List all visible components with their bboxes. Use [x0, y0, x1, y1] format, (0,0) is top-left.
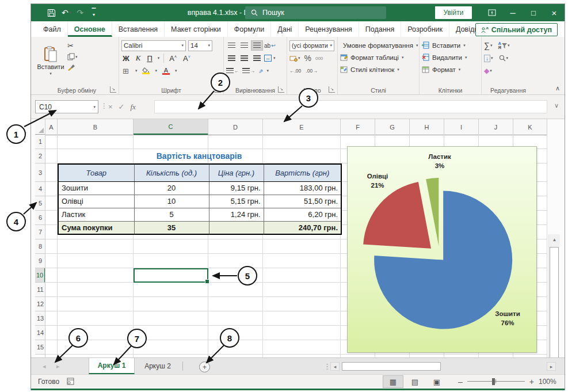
table-cell[interactable]: Кількість (од.) [134, 164, 209, 181]
autosum-button[interactable]: ∑▾ [484, 41, 493, 50]
fill-color-button[interactable] [142, 67, 150, 74]
ribbon-tab-подання[interactable]: Подання [359, 21, 401, 37]
table-cell[interactable]: 5 [134, 208, 209, 221]
paste-dropdown-icon[interactable]: ▾ [49, 71, 52, 76]
bold-button[interactable]: Ж [121, 54, 131, 63]
row-header-10[interactable]: 10 [35, 268, 45, 283]
row-header-15[interactable]: 15 [35, 340, 45, 355]
align-middle-button[interactable] [239, 41, 250, 50]
redo-dropdown-icon[interactable]: ▾ [84, 10, 86, 15]
table-cell[interactable]: Сума покупки [58, 221, 134, 234]
table-cell[interactable]: 183,00 грн. [264, 181, 341, 195]
increase-decimal-button[interactable]: ←.00 [289, 68, 301, 74]
fill-handle[interactable] [205, 279, 209, 284]
horizontal-scrollbar[interactable] [340, 362, 544, 371]
number-dialog-launcher[interactable]: ↘ [329, 86, 335, 93]
row-header-9[interactable]: 9 [35, 254, 45, 268]
column-header-E[interactable]: E [263, 119, 341, 135]
horizontal-scroll-thumb[interactable] [342, 362, 441, 371]
table-cell[interactable]: 10 [134, 195, 209, 208]
font-size-combo[interactable]: 14▾ [188, 40, 212, 51]
decrease-decimal-button[interactable]: .00→ [306, 68, 317, 74]
sheet-tab-arkush2[interactable]: Аркуш 2 [135, 358, 180, 374]
table-cell[interactable]: 5,15 грн. [209, 195, 264, 208]
cancel-entry-button[interactable]: × [108, 102, 113, 111]
underline-dropdown-icon[interactable]: ▾ [158, 56, 160, 60]
page-break-view-button[interactable]: ▣ [427, 376, 447, 387]
enter-entry-button[interactable]: ✓ [119, 102, 125, 111]
ribbon-display-options-button[interactable] [482, 4, 502, 21]
format-cells-button[interactable]: Формат▾ [422, 63, 479, 75]
column-header-B[interactable]: B [58, 119, 134, 135]
pie-slice-олівці[interactable] [363, 182, 431, 249]
number-format-combo[interactable]: (усі формати▾ [289, 40, 334, 51]
table-cell[interactable]: 20 [134, 181, 209, 195]
formula-input[interactable] [154, 100, 547, 113]
column-header-H[interactable]: H [410, 119, 444, 135]
page-layout-view-button[interactable]: ▤ [405, 376, 425, 387]
column-header-A[interactable]: A [45, 119, 58, 135]
copy-button[interactable]: ▾ [67, 53, 78, 60]
accounting-format-button[interactable]: ▾ [289, 55, 300, 62]
formula-bar-splitter[interactable]: ⋮ [101, 102, 108, 110]
clipboard-dialog-launcher[interactable]: ↘ [110, 86, 116, 93]
underline-button[interactable]: П [146, 54, 153, 63]
table-cell[interactable]: 51,50 грн. [264, 195, 341, 208]
percent-style-button[interactable]: % [304, 54, 311, 63]
column-header-K[interactable]: K [513, 119, 547, 135]
comma-style-button[interactable]: 000 [315, 56, 323, 61]
row-header-12[interactable]: 12 [35, 297, 45, 311]
row-header-3[interactable]: 3 [35, 163, 45, 182]
scroll-up-button[interactable]: ▲ [549, 234, 560, 245]
search-box[interactable]: Пошук [245, 6, 386, 19]
table-cell[interactable]: Товар [58, 164, 134, 181]
customize-qat-button[interactable]: ▔▾ [92, 9, 96, 17]
share-button[interactable]: Спільний доступ [475, 23, 558, 36]
column-header-J[interactable]: J [479, 119, 513, 135]
alignment-dialog-launcher[interactable]: ↘ [278, 86, 284, 93]
row-header-14[interactable]: 14 [35, 326, 45, 340]
accounting-dropdown-icon[interactable]: ▾ [298, 56, 300, 60]
orientation-button[interactable]: ⇗ [258, 68, 263, 74]
zoom-slider-thumb[interactable] [492, 378, 495, 385]
name-box-dropdown-icon[interactable]: ▾ [93, 105, 96, 109]
undo-button[interactable]: ↶▾ [62, 8, 71, 17]
find-select-button[interactable]: ▾ [499, 55, 509, 62]
format-as-table-button[interactable]: Формат таблиці▾ [340, 51, 417, 63]
row-header-13[interactable]: 13 [35, 311, 45, 326]
insert-function-button[interactable]: fx [131, 102, 136, 112]
format-painter-button[interactable] [67, 63, 78, 71]
pie-label-zoshyty[interactable]: Зошити76% [485, 310, 531, 328]
stationery-cost-table[interactable]: ТоварКількість (од.)Ціна (грн.)Вартість … [58, 163, 342, 235]
align-left-button[interactable] [226, 54, 237, 63]
align-right-button[interactable] [251, 54, 262, 63]
align-bottom-button[interactable] [251, 41, 262, 50]
clear-button[interactable]: ◆▾ [484, 67, 492, 75]
sheet-tab-arkush1[interactable]: Аркуш 1 [89, 358, 135, 374]
close-button[interactable]: × [544, 4, 565, 21]
borders-dropdown-icon[interactable]: ▾ [135, 68, 138, 73]
borders-button[interactable]: ⊞ [121, 67, 130, 75]
save-button[interactable] [47, 9, 56, 17]
vertical-scrollbar[interactable]: ▲ ▼ [548, 234, 559, 357]
next-sheet-button[interactable]: ▸ [56, 358, 60, 375]
row-header-6[interactable]: 6 [35, 211, 45, 225]
fill-color-dropdown-icon[interactable]: ▾ [155, 68, 157, 73]
cell-styles-button[interactable]: Стилі клітинок▾ [340, 63, 417, 75]
row-header-4[interactable]: 4 [35, 182, 45, 196]
row-header-7[interactable]: 7 [35, 225, 45, 239]
column-header-F[interactable]: F [341, 119, 375, 135]
table-cell[interactable]: Ластик [58, 208, 134, 221]
decrease-indent-button[interactable]: ← [226, 68, 239, 74]
previous-sheet-button[interactable]: ◂ [43, 358, 46, 375]
insert-cells-button[interactable]: Вставити▾ [422, 39, 479, 51]
ribbon-tab-макет-сторінки[interactable]: Макет сторінки [165, 21, 228, 37]
sign-in-button[interactable]: Увійти [435, 6, 472, 19]
row-header-2[interactable]: 2 [35, 149, 45, 163]
table-cell[interactable]: Олівці [58, 195, 134, 208]
orientation-dropdown-icon[interactable]: ▾ [266, 68, 269, 73]
merge-center-button[interactable]: ↔ [264, 55, 272, 62]
pie-chart-object[interactable]: Ластик3% Олівці21% Зошити76% [347, 146, 537, 353]
ribbon-tab-формули[interactable]: Формули [228, 21, 271, 37]
copy-dropdown-icon[interactable]: ▾ [75, 55, 78, 59]
